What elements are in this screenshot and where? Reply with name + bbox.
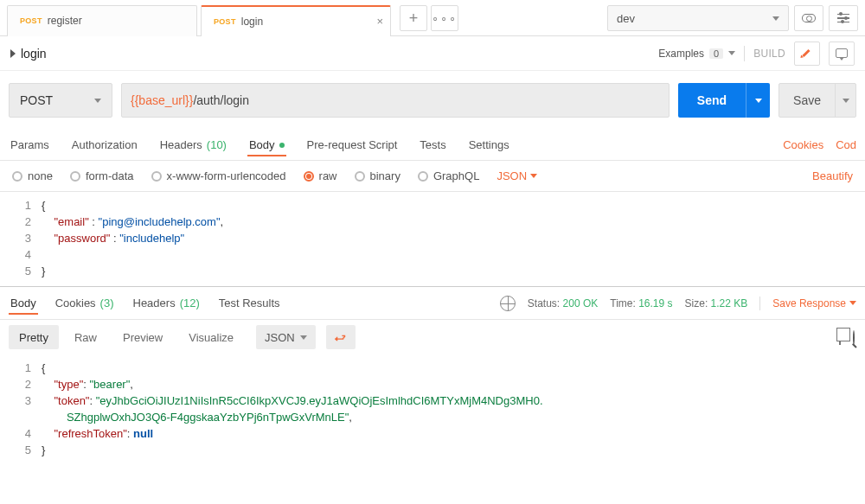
status: Status: 200 OK <box>528 297 598 309</box>
environment-preview-button[interactable] <box>794 5 823 31</box>
code[interactable]: { "email" : "ping@includehelp.com", "pas… <box>42 197 865 279</box>
tab-authorization[interactable]: Authorization <box>70 133 139 156</box>
radio-icon <box>304 171 314 182</box>
wrap-icon: ⮐ <box>335 331 346 344</box>
code[interactable]: { "type": "bearer", "token": "eyJhbGciOi… <box>42 360 865 458</box>
tab-bar: POST register POST login × + ∘∘∘ dev <box>0 0 865 36</box>
environment-settings-button[interactable] <box>829 5 858 31</box>
tab-tests[interactable]: Tests <box>418 133 447 156</box>
tab-overflow-button[interactable]: ∘∘∘ <box>431 5 458 31</box>
view-preview[interactable]: Preview <box>112 325 173 349</box>
resp-tab-cookies[interactable]: Cookies (3) <box>54 291 116 315</box>
view-pretty[interactable]: Pretty <box>9 325 59 349</box>
cookies-link[interactable]: Cookies <box>783 138 823 151</box>
save-button[interactable]: Save <box>778 83 856 118</box>
chevron-down-icon <box>300 335 307 340</box>
body-type-row: none form-data x-www-form-urlencoded raw… <box>0 161 865 192</box>
edit-button[interactable] <box>794 41 820 66</box>
comment-icon <box>836 48 848 58</box>
tab-body[interactable]: Body <box>247 133 286 156</box>
environment-block: dev <box>607 5 858 31</box>
size: Size: 1.22 KB <box>685 297 748 309</box>
beautify-link[interactable]: Beautify <box>812 169 853 182</box>
response-view-row: Pretty Raw Preview Visualize JSON ⮐ <box>0 320 865 354</box>
divider <box>759 297 760 310</box>
gutter: 1 2 3 4 5 <box>0 197 42 279</box>
dots-icon: ∘∘∘ <box>432 11 458 24</box>
tab-prerequest[interactable]: Pre-request Script <box>305 133 400 156</box>
method-value: POST <box>20 93 53 107</box>
resp-tab-headers[interactable]: Headers (12) <box>131 291 202 315</box>
radio-icon <box>151 171 162 182</box>
environment-select[interactable]: dev <box>607 5 789 31</box>
body-format-select[interactable]: JSON <box>497 169 537 182</box>
build-label[interactable]: BUILD <box>753 48 785 60</box>
resp-tab-body[interactable]: Body <box>9 291 38 315</box>
wrap-lines-button[interactable]: ⮐ <box>326 325 356 349</box>
response-meta: Status: 200 OK Time: 16.19 s Size: 1.22 … <box>500 296 856 311</box>
save-dropdown[interactable] <box>835 84 855 117</box>
environment-name: dev <box>617 12 635 25</box>
response-format-select[interactable]: JSON <box>256 325 316 349</box>
search-button[interactable] <box>853 331 855 344</box>
pencil-icon <box>801 48 813 60</box>
request-tabs-right: Cookies Cod <box>783 138 856 151</box>
response-tabs: Body Cookies (3) Headers (12) Test Resul… <box>0 287 865 320</box>
code-link[interactable]: Cod <box>836 138 856 151</box>
radio-none[interactable]: none <box>12 169 53 182</box>
send-dropdown[interactable] <box>746 83 770 118</box>
radio-icon <box>70 171 80 182</box>
tab-actions: + ∘∘∘ <box>400 5 462 31</box>
send-button[interactable]: Send <box>678 83 770 118</box>
tab-login[interactable]: POST login × <box>201 5 391 36</box>
tab-method: POST <box>20 16 42 25</box>
examples-dropdown[interactable]: Examples 0 <box>658 48 735 60</box>
chevron-down-icon <box>530 174 537 178</box>
new-tab-button[interactable]: + <box>400 5 427 31</box>
url-row: POST {{base_url}}/auth/login Send Save <box>0 71 865 130</box>
globe-icon[interactable] <box>500 296 516 311</box>
caret-right-icon[interactable] <box>10 49 16 58</box>
chevron-down-icon <box>94 99 101 103</box>
request-body-editor[interactable]: 1 2 3 4 5 { "email" : "ping@includehelp.… <box>0 192 865 287</box>
close-icon[interactable]: × <box>376 15 383 28</box>
send-label: Send <box>678 93 746 107</box>
chevron-down-icon <box>849 301 856 305</box>
dot-indicator <box>279 143 285 148</box>
tab-register[interactable]: POST register <box>7 5 197 36</box>
tab-headers[interactable]: Headers (10) <box>158 133 228 156</box>
response-view-right <box>839 331 855 344</box>
plus-icon: + <box>409 10 419 26</box>
save-response-button[interactable]: Save Response <box>772 297 856 309</box>
method-select[interactable]: POST <box>9 83 112 118</box>
examples-label: Examples <box>658 48 704 60</box>
radio-icon <box>12 171 22 182</box>
tab-params[interactable]: Params <box>9 133 51 156</box>
chevron-down-icon <box>728 51 735 55</box>
radio-graphql[interactable]: GraphQL <box>418 169 479 182</box>
comment-button[interactable] <box>829 41 855 66</box>
save-label: Save <box>779 93 835 107</box>
request-name-right: Examples 0 BUILD <box>658 41 855 66</box>
request-name-left: login <box>10 47 47 61</box>
radio-raw[interactable]: raw <box>304 169 337 182</box>
copy-button[interactable] <box>839 331 841 344</box>
radio-binary[interactable]: binary <box>355 169 400 182</box>
radio-form-data[interactable]: form-data <box>70 169 134 182</box>
gutter: 1 2 3 4 5 <box>0 360 42 458</box>
view-raw[interactable]: Raw <box>64 325 107 349</box>
view-visualize[interactable]: Visualize <box>178 325 244 349</box>
radio-urlencoded[interactable]: x-www-form-urlencoded <box>151 169 286 182</box>
time: Time: 16.19 s <box>610 297 672 309</box>
url-path: /auth/login <box>193 93 249 107</box>
radio-icon <box>355 171 365 182</box>
chevron-down-icon <box>843 99 849 103</box>
url-input[interactable]: {{base_url}}/auth/login <box>121 83 670 118</box>
resp-tab-tests[interactable]: Test Results <box>217 291 282 315</box>
radio-icon <box>418 171 428 182</box>
tab-settings[interactable]: Settings <box>467 133 511 156</box>
chevron-down-icon <box>755 99 762 103</box>
eye-icon <box>802 14 816 22</box>
tab-label: login <box>241 16 263 28</box>
response-body-editor[interactable]: 1 2 3 4 5 { "type": "bearer", "token": "… <box>0 354 865 458</box>
